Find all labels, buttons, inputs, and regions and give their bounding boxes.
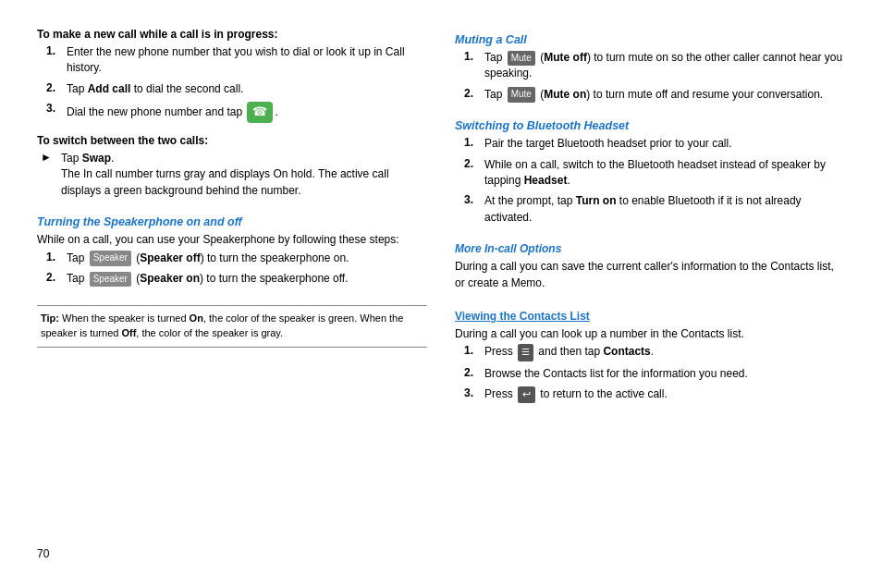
bluetooth-list: 1. Pair the target Bluetooth headset pri… bbox=[464, 136, 845, 226]
contacts-item-3: 3. Press ↩ to return to the active call. bbox=[464, 386, 845, 403]
speaker-btn-1: Speaker bbox=[90, 251, 131, 266]
speakerphone-item-2: 2. Tap Speaker (Speaker on) to turn the … bbox=[46, 271, 427, 287]
muting-item-2: 2. Tap Mute (Mute on) to turn mute off a… bbox=[464, 87, 845, 103]
speakerphone-intro: While on a call, you can use your Speake… bbox=[37, 232, 427, 248]
section-bluetooth: Switching to Bluetooth Headset 1. Pair t… bbox=[455, 114, 845, 226]
bt-num-2: 2. bbox=[464, 157, 479, 170]
section-speakerphone: Turning the Speakerphone on and off Whil… bbox=[37, 210, 427, 287]
mute-btn-1: Mute bbox=[508, 51, 535, 67]
mute-num-1: 1. bbox=[464, 50, 479, 63]
bluetooth-item-1: 1. Pair the target Bluetooth headset pri… bbox=[464, 136, 845, 152]
contacts-item-2: 2. Browse the Contacts list for the info… bbox=[464, 366, 845, 382]
page-container: To make a new call while a call is in pr… bbox=[0, 0, 882, 588]
item-text-2: Tap Add call to dial the second call. bbox=[67, 81, 427, 97]
tip-box: Tip: When the speaker is turned On, the … bbox=[37, 305, 427, 348]
sp-num-2: 2. bbox=[46, 271, 61, 284]
page-number: 70 bbox=[37, 529, 427, 560]
left-column: To make a new call while a call is in pr… bbox=[37, 28, 427, 560]
ct-text-1: Press ☰ and then tap Contacts. bbox=[484, 344, 845, 361]
item-text-3: Dial the new phone number and tap ☎. bbox=[67, 102, 427, 123]
section-muting: Muting a Call 1. Tap Mute (Mute off) to … bbox=[455, 28, 845, 103]
menu-icon: ☰ bbox=[518, 344, 533, 361]
item-num-2: 2. bbox=[46, 81, 61, 94]
muting-item-1: 1. Tap Mute (Mute off) to turn mute on s… bbox=[464, 50, 845, 82]
section-more-options: More In-call Options During a call you c… bbox=[455, 237, 845, 293]
ct-num-3: 3. bbox=[464, 386, 479, 399]
section-contacts-heading: Viewing the Contacts List bbox=[455, 310, 845, 323]
item-text-1: Enter the new phone number that you wish… bbox=[67, 44, 427, 77]
ct-text-2: Browse the Contacts list for the informa… bbox=[484, 366, 845, 382]
speaker-btn-2: Speaker bbox=[90, 272, 131, 288]
sp-text-2: Tap Speaker (Speaker on) to turn the spe… bbox=[67, 271, 427, 287]
bluetooth-item-2: 2. While on a call, switch to the Blueto… bbox=[464, 157, 845, 190]
mute-btn-2: Mute bbox=[508, 87, 535, 103]
bt-text-1: Pair the target Bluetooth headset prior … bbox=[484, 136, 845, 152]
contacts-list: 1. Press ☰ and then tap Contacts. 2. Bro… bbox=[464, 344, 845, 403]
switch-bullet-text: Tap Swap. The In call number turns gray … bbox=[61, 151, 427, 199]
switch-bullet: ► Tap Swap. The In call number turns gra… bbox=[41, 151, 427, 199]
muting-list: 1. Tap Mute (Mute off) to turn mute on s… bbox=[464, 50, 845, 103]
section-switch-calls: To switch between the two calls: ► Tap S… bbox=[37, 134, 427, 199]
contacts-intro: During a call you can look up a number i… bbox=[455, 326, 845, 342]
mute-text-2: Tap Mute (Mute on) to turn mute off and … bbox=[484, 87, 845, 103]
section-new-call: To make a new call while a call is in pr… bbox=[37, 28, 427, 123]
new-call-item-2: 2. Tap Add call to dial the second call. bbox=[46, 81, 427, 97]
right-column: Muting a Call 1. Tap Mute (Mute off) to … bbox=[455, 28, 845, 560]
section-new-call-heading: To make a new call while a call is in pr… bbox=[37, 28, 427, 41]
bt-text-2: While on a call, switch to the Bluetooth… bbox=[484, 157, 845, 190]
bt-text-3: At the prompt, tap Turn on to enable Blu… bbox=[484, 193, 845, 226]
ct-num-1: 1. bbox=[464, 344, 479, 357]
speakerphone-item-1: 1. Tap Speaker (Speaker off) to turn the… bbox=[46, 251, 427, 266]
tip-label: Tip: bbox=[41, 312, 59, 324]
tip-text: When the speaker is turned On, the color… bbox=[41, 312, 403, 338]
ct-num-2: 2. bbox=[464, 366, 479, 379]
item-num-1: 1. bbox=[46, 44, 61, 57]
bullet-arrow-icon: ► bbox=[41, 151, 54, 164]
bluetooth-item-3: 3. At the prompt, tap Turn on to enable … bbox=[464, 193, 845, 226]
bt-num-1: 1. bbox=[464, 136, 479, 149]
section-muting-heading: Muting a Call bbox=[455, 33, 845, 46]
new-call-item-3: 3. Dial the new phone number and tap ☎. bbox=[46, 102, 427, 123]
sp-num-1: 1. bbox=[46, 251, 61, 263]
new-call-item-1: 1. Enter the new phone number that you w… bbox=[46, 44, 427, 77]
new-call-list: 1. Enter the new phone number that you w… bbox=[46, 44, 427, 123]
section-speakerphone-heading: Turning the Speakerphone on and off bbox=[37, 215, 427, 228]
contacts-item-1: 1. Press ☰ and then tap Contacts. bbox=[464, 344, 845, 361]
section-switch-heading: To switch between the two calls: bbox=[37, 134, 427, 147]
section-contacts: Viewing the Contacts List During a call … bbox=[455, 304, 845, 403]
bt-num-3: 3. bbox=[464, 193, 479, 206]
section-more-heading: More In-call Options bbox=[455, 242, 845, 255]
mute-num-2: 2. bbox=[464, 87, 479, 100]
section-bluetooth-heading: Switching to Bluetooth Headset bbox=[455, 119, 845, 132]
phone-icon: ☎ bbox=[247, 102, 273, 123]
item-num-3: 3. bbox=[46, 102, 61, 115]
mute-text-1: Tap Mute (Mute off) to turn mute on so t… bbox=[484, 50, 845, 82]
ct-text-3: Press ↩ to return to the active call. bbox=[484, 386, 845, 403]
more-options-intro: During a call you can save the current c… bbox=[455, 259, 845, 291]
speakerphone-list: 1. Tap Speaker (Speaker off) to turn the… bbox=[46, 251, 427, 288]
sp-text-1: Tap Speaker (Speaker off) to turn the sp… bbox=[67, 251, 427, 266]
back-icon: ↩ bbox=[518, 386, 535, 403]
